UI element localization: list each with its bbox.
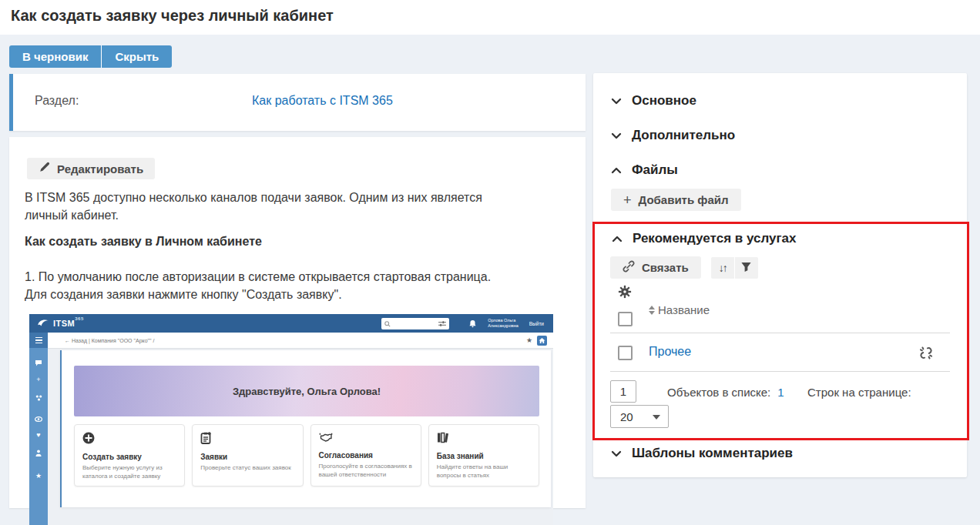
properties-panel: Основное Дополнительно Файлы + Добавить … <box>593 73 967 477</box>
chat-icon <box>35 356 42 370</box>
chevron-down-icon <box>653 415 660 420</box>
section-header-comment-templates[interactable]: Шаблоны комментариев <box>611 444 793 463</box>
greeting-banner: Здравствуйте, Ольга Орлова! <box>74 366 539 416</box>
tile-approvals: Согласования Проголосуйте в согласования… <box>310 424 421 487</box>
screenshot-breadcrumb: ← Назад | Компания "ООО "Арко"" / <box>65 338 154 343</box>
section-card: Раздел: Как работать с ITSM 365 <box>9 74 586 131</box>
divider <box>610 371 950 372</box>
gear-icon <box>618 288 632 301</box>
article-card: Редактировать В ITSM 365 доступно нескол… <box>9 137 586 508</box>
table-settings-button[interactable] <box>618 285 632 302</box>
clipboard-icon <box>200 433 211 446</box>
add-file-button[interactable]: + Добавить файл <box>611 189 741 211</box>
divider <box>610 333 950 333</box>
eye-icon <box>35 411 42 425</box>
select-all-checkbox[interactable] <box>618 312 633 326</box>
objects-count-link[interactable]: 1 <box>777 386 784 399</box>
article-action-bar: В черновик Скрыть <box>9 45 172 68</box>
page-number-input[interactable]: 1 <box>610 380 636 403</box>
section-header-recommended[interactable]: Рекомендуется в услугах <box>612 229 796 248</box>
screenshot-search-input <box>381 318 449 329</box>
section-link[interactable]: Как работать с ITSM 365 <box>252 94 393 108</box>
bell-icon <box>469 319 476 328</box>
screenshot-logout-label: Выйти <box>529 321 544 326</box>
chevron-down-icon <box>611 93 622 109</box>
page-size-select[interactable]: 20 <box>610 405 669 428</box>
page-title: Как создать заявку через личный кабинет <box>0 0 980 32</box>
profile-icon <box>35 446 42 460</box>
chevron-down-icon <box>611 446 622 461</box>
books-icon <box>437 433 448 446</box>
article-screenshot-image: ITSM365 Орлова Ольга Александровна Вы <box>29 314 553 525</box>
screenshot-topbar: ITSM365 Орлова Ольга Александровна Вы <box>29 314 553 333</box>
edit-button-label: Редактировать <box>57 162 143 176</box>
article-heading: Как создать заявку в Личном кабинете <box>25 235 570 249</box>
hide-button[interactable]: Скрыть <box>102 45 172 68</box>
unlink-button[interactable] <box>918 346 934 363</box>
rows-per-page-label: Строк на странице: <box>807 386 911 399</box>
tile-create-request: Создать заявку Выберите нужную услугу из… <box>74 424 185 487</box>
edit-button[interactable]: Редактировать <box>27 158 155 179</box>
sort-carets-icon <box>649 306 655 315</box>
search-icon <box>384 316 391 330</box>
screenshot-user-name: Орлова Ольга Александровна <box>488 318 519 329</box>
screenshot-content: Здравствуйте, Ольга Орлова! Создать заяв… <box>48 348 553 525</box>
chevron-down-icon <box>611 128 622 143</box>
objects-in-list: Объектов в списке: 1 <box>667 386 784 399</box>
plus-circle-icon <box>82 433 95 446</box>
link-service-button[interactable]: Связать <box>610 256 701 279</box>
screenshot-breadcrumb-bar: ← Назад | Компания "ООО "Арко"" / ★ <box>48 333 553 348</box>
tile-requests: Заявки Проверьте статус ваших заявок <box>192 424 303 487</box>
funnel-icon <box>740 261 752 275</box>
recommended-in-services-section: Рекомендуется в услугах Связать ↓↑ <box>592 222 969 440</box>
filter-button[interactable] <box>735 257 758 279</box>
org-structure-icon <box>35 390 42 404</box>
star-icon: ★ <box>35 473 42 480</box>
link-icon <box>623 260 635 275</box>
service-row-link[interactable]: Прочее <box>649 345 691 359</box>
services-icon: ♥ <box>36 432 40 439</box>
sliders-icon <box>438 316 446 330</box>
section-header-main[interactable]: Основное <box>611 92 696 110</box>
home-icon <box>537 336 547 346</box>
screenshot-left-sidebar: + ♥ ★ <box>29 333 48 525</box>
title-strip: Как создать заявку через личный кабинет <box>0 0 980 35</box>
favorite-star-icon: ★ <box>526 337 532 344</box>
tile-knowledge-base: База знаний Найдите ответы на ваши вопро… <box>428 424 539 487</box>
knowledge-article-page: Как создать заявку через личный кабинет … <box>0 0 980 525</box>
sort-button[interactable]: ↓↑ <box>711 257 734 279</box>
broken-link-icon <box>918 349 934 363</box>
to-draft-button[interactable]: В черновик <box>9 45 101 68</box>
add-icon: + <box>36 376 40 383</box>
article-paragraph-1: В ITSM 365 доступно несколько каналов по… <box>25 189 570 224</box>
handshake-icon <box>319 432 333 445</box>
plus-icon: + <box>623 193 632 207</box>
section-header-files[interactable]: Файлы <box>611 161 678 179</box>
brand-name: ITSM365 <box>53 319 84 328</box>
row-checkbox[interactable] <box>618 346 633 360</box>
itsm-logo-icon <box>37 316 49 330</box>
article-paragraph-2: 1. По умолчанию после авторизации в сист… <box>25 268 570 303</box>
chevron-up-icon <box>611 162 622 178</box>
section-header-additional[interactable]: Дополнительно <box>611 126 735 145</box>
pencil-icon <box>39 162 50 176</box>
menu-icon <box>29 333 48 348</box>
section-label: Раздел: <box>35 94 79 108</box>
chevron-up-icon <box>612 231 623 246</box>
column-header-name[interactable]: Название <box>649 303 710 316</box>
sort-arrows-icon: ↓↑ <box>719 262 727 274</box>
